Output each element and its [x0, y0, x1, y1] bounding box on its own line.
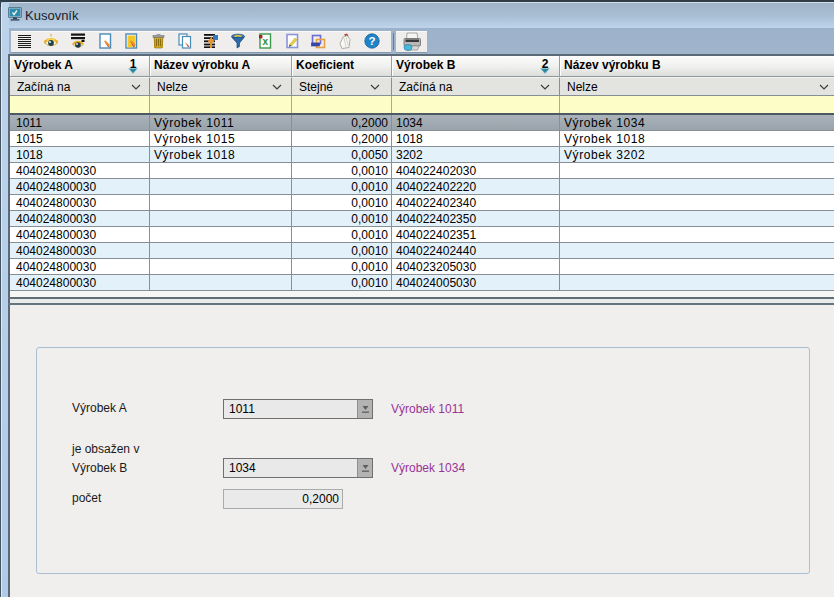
svg-text:?: ? [368, 35, 375, 47]
svg-text:x: x [263, 36, 269, 47]
